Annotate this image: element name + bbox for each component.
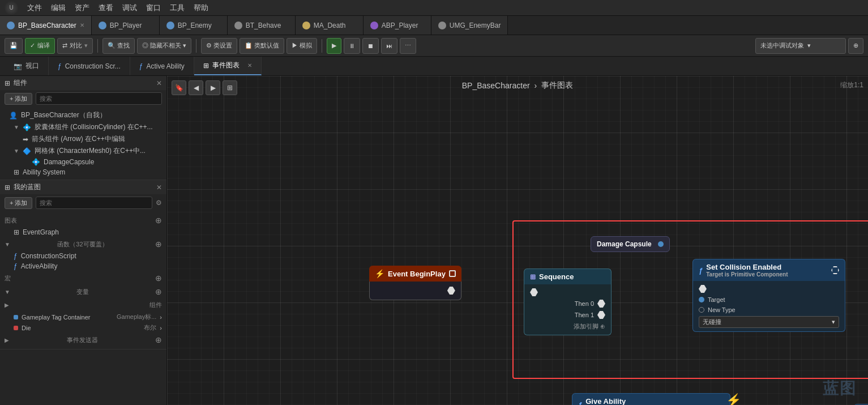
tree-item-mesh[interactable]: ▼ 🔷 网格体 (CharacterMesh0) 在C++中... <box>0 145 166 157</box>
sequence-node[interactable]: ⊞ Sequence Then 0 Then 1 <box>524 268 612 335</box>
subtab-viewport-label: 视口 <box>25 61 39 71</box>
compile-button[interactable]: ✓ 编译 <box>25 38 55 54</box>
play-button[interactable]: ▶ <box>327 38 341 54</box>
menu-view[interactable]: 查看 <box>99 3 113 13</box>
sequence-then1-pin[interactable]: Then 1 <box>524 309 611 321</box>
tree-item-capsule[interactable]: ▼ 💠 胶囊体组件 (CollisionCylinder) 在C++... <box>0 121 166 133</box>
event-begin-play-node[interactable]: ⚡ Event BeginPlay <box>369 266 461 300</box>
menu-debug[interactable]: 调试 <box>122 3 137 13</box>
skip-button[interactable]: ⏭ <box>381 38 397 54</box>
expand-arrow-event-dispatcher: ▶ <box>5 337 9 343</box>
active-ability-tree-icon: ƒ <box>14 262 18 270</box>
pause-button[interactable]: ⏸ <box>344 38 360 54</box>
tree-item-self[interactable]: 👤 BP_BaseCharacter（自我） <box>0 109 166 121</box>
sequence-exec-in-pin[interactable] <box>524 287 611 298</box>
breadcrumb: BP_BaseCharacter › 事件图表 <box>462 80 574 91</box>
active-ability-tree-label: ActiveAbility <box>21 262 58 270</box>
sequence-then0-pin[interactable]: Then 0 <box>524 298 611 309</box>
set-collision-exec-in-pin[interactable] <box>693 283 845 295</box>
stop-button[interactable]: ⏹ <box>362 38 379 54</box>
sequence-add-pin[interactable]: 添加引脚 ⊕ <box>524 321 611 332</box>
set-collision-target-pin[interactable]: Target <box>693 295 845 305</box>
die-label: Die <box>22 325 31 331</box>
subtab-event-graph-close[interactable]: ✕ <box>247 62 252 69</box>
subtab-viewport[interactable]: 📷 视口 <box>5 57 49 75</box>
var-die[interactable]: Die 布尔 › <box>0 322 166 333</box>
add-component-button[interactable]: + 添加 <box>5 93 32 105</box>
then1-label: Then 1 <box>575 312 594 318</box>
add-blueprint-button[interactable]: + 添加 <box>5 197 32 209</box>
components-close[interactable]: ✕ <box>156 79 162 87</box>
set-collision-node[interactable]: ƒ Set Collision Enabled Target is Primit… <box>692 259 845 332</box>
event-begin-play-exec-pin[interactable] <box>370 285 461 296</box>
menu-help[interactable]: 帮助 <box>194 3 208 13</box>
var-gameplay-tag[interactable]: Gameplay Tag Container Gameplay标... › <box>0 312 166 322</box>
my-blueprints-search[interactable] <box>36 197 152 209</box>
graph-area[interactable]: 🔖 ◀ ▶ ⊞ BP_BaseCharacter › 事件图表 缩放1:1 <box>167 76 868 405</box>
app-logo: U <box>5 1 18 15</box>
components-section: ⊞ 组件 ✕ + 添加 👤 BP_BaseCharacter（自我） ▼ 💠 <box>0 76 166 180</box>
person-icon: 👤 <box>9 112 18 120</box>
subtab-active-ability[interactable]: ƒ Active Ability <box>130 57 194 75</box>
tree-self-label: BP_BaseCharacter（自我） <box>21 110 106 120</box>
simulate-button[interactable]: ▶ 模拟 <box>287 38 317 54</box>
event-dispatcher-add-btn[interactable]: ⊕ <box>155 335 162 344</box>
more-button[interactable]: ⋯ <box>400 38 416 54</box>
event-graph-tree-label: EventGraph <box>23 228 59 236</box>
compile-label: 编译 <box>37 41 50 50</box>
class-settings-button[interactable]: ⚙ 类设置 <box>201 38 237 54</box>
event-begin-play-target-icon <box>449 270 456 277</box>
tab-label-bp-basecharacter: BP_BaseCharacter <box>18 22 76 29</box>
tab-bp-player[interactable]: BP_Player <box>92 16 160 35</box>
nav-forward-button[interactable]: ▶ <box>206 80 220 95</box>
debug-action-button[interactable]: ⊕ <box>848 38 863 54</box>
set-collision-exec-out-icon <box>831 266 839 274</box>
my-blueprints-close[interactable]: ✕ <box>156 184 162 191</box>
components-search[interactable] <box>36 92 162 105</box>
menu-asset[interactable]: 资产 <box>75 3 89 13</box>
set-collision-newtype-pin[interactable]: New Type <box>693 305 845 315</box>
tab-umg-enemybar[interactable]: UMG_EnemyBar <box>431 16 508 35</box>
gear-icon[interactable]: ⚙ <box>156 199 162 207</box>
nav-back-button[interactable]: ◀ <box>189 80 203 95</box>
nav-bookmark-button[interactable]: 🔖 <box>172 80 186 95</box>
class-defaults-button[interactable]: 📋 类默认值 <box>240 38 284 54</box>
give-ability-node[interactable]: ƒ Give Ability Target is Ability System … <box>572 393 730 405</box>
find-button[interactable]: 🔍 查找 <box>102 38 135 54</box>
compare-button[interactable]: ⇄ 对比 ▾ <box>57 38 93 54</box>
subtab-construction[interactable]: ƒ Construction Scr... <box>49 57 130 75</box>
save-button[interactable]: 💾 <box>5 38 23 54</box>
hide-button[interactable]: ◎ 隐藏不相关 ▾ <box>137 38 191 54</box>
new-type-dropdown[interactable]: 无碰撞 ▾ <box>699 316 839 328</box>
tree-event-graph[interactable]: ⊞ EventGraph <box>0 227 166 237</box>
debug-selector[interactable]: 未选中调试对象 ▾ <box>755 38 846 54</box>
tree-item-damagecapsule[interactable]: 💠 DamageCapsule <box>0 157 166 167</box>
tab-label-bp-enemy: BP_Enemy <box>178 22 212 29</box>
then0-exec-icon <box>597 300 605 308</box>
variables-add-btn[interactable]: ⊕ <box>155 287 162 296</box>
nav-home-button[interactable]: ⊞ <box>223 80 237 95</box>
macros-add-btn[interactable]: ⊕ <box>155 274 162 283</box>
menu-file[interactable]: 文件 <box>27 3 42 13</box>
variables-section-label: ▼ 变量 ⊕ <box>0 285 166 299</box>
tab-close-bp-basecharacter[interactable]: ✕ <box>80 22 84 28</box>
tree-active-ability[interactable]: ƒ ActiveAbility <box>0 261 166 271</box>
subtab-event-graph[interactable]: ⊞ 事件图表 ✕ <box>194 57 262 75</box>
tree-item-arrow[interactable]: ➡ 箭头组件 (Arrow) 在C++中编辑 <box>0 133 166 145</box>
functions-add-btn[interactable]: ⊕ <box>155 240 162 249</box>
tree-item-abilitysystem[interactable]: ⊞ Ability System <box>0 167 166 177</box>
tab-bp-basecharacter[interactable]: BP_BaseCharacter ✕ <box>0 16 92 35</box>
tab-abp-player[interactable]: ABP_Player <box>364 16 431 35</box>
damage-capsule-node[interactable]: Damage Capsule <box>591 236 670 252</box>
tree-construction-script[interactable]: ƒ ConstructionScript <box>0 251 166 261</box>
tab-label-ma-death: MA_Death <box>314 22 346 29</box>
tab-bp-enemy[interactable]: BP_Enemy <box>160 16 228 35</box>
graphs-add-btn[interactable]: ⊕ <box>155 216 162 225</box>
menu-tools[interactable]: 工具 <box>170 3 185 13</box>
menu-edit[interactable]: 编辑 <box>51 3 66 13</box>
graphs-section-label: 图表 ⊕ <box>0 214 166 227</box>
menu-window[interactable]: 窗口 <box>146 3 161 13</box>
tab-ma-death[interactable]: MA_Death <box>296 16 364 35</box>
tab-bt-behave[interactable]: BT_Behave <box>228 16 296 35</box>
give-ability-header: ƒ Give Ability Target is Ability System … <box>572 393 730 405</box>
